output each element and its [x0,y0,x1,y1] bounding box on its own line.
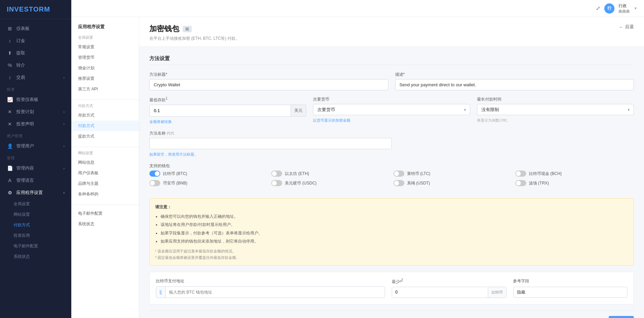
address-col1-header: 比特币支付地址 [156,278,385,285]
sidebar-sub-system[interactable]: 系统状态 [14,251,71,262]
main-wrapper: ⤢ 行 行政 曲曲曲 ▼ 应用程序设置 全局设置 常规设置 管理货币 佣金计划 … [71,0,644,318]
nav-item-currency[interactable]: 管理货币 [71,52,139,63]
grid-icon: ⊞ [7,26,13,31]
sidebar-item-transaction[interactable]: ↕ 交易 › [0,71,71,84]
min-deposit-hint[interactable]: 金额将被转换 [149,119,306,124]
wallet-usdc-toggle[interactable] [271,180,282,186]
nav-item-recommend[interactable]: 推荐设置 [71,73,139,84]
sidebar-item-invest-dashboard[interactable]: 📈 投资仪表板 [0,93,71,106]
sidebar-nav: ⊞ 仪表板 ↕ 订金 ⬆ 提取 % 转介 ↕ 交易 › 投资 📈 投资仪表板 ✕… [0,19,71,318]
nav-group-label: 网站设置 [71,151,139,157]
notice-item-2: 该地址将在用户存款/付款时显示给用户。 [161,221,628,229]
sidebar-item-manage-content[interactable]: 📄 管理内容 › [0,162,71,174]
brand-name: INVESTORM [7,5,50,13]
wallet-eth: 以太坊 (ETH) [271,171,390,177]
topbar-user[interactable]: 行政 曲曲曲 [619,3,630,14]
sidebar-item-withdraw[interactable]: ⬆ 提取 [0,47,71,59]
secondary-currency-label: 次要货币 [313,96,470,102]
wallet-bch-label: 比特币现金 (BCH) [529,171,562,177]
nav-item-withdrawal[interactable]: 提款方式 [71,131,139,142]
wallet-bnb-toggle[interactable] [149,180,160,186]
method-label-input[interactable] [149,79,388,90]
wallet-trx: 波场 (TRX) [515,180,634,186]
form-group-secondary-currency: 次要货币 次要货币 ▼ 以货币显示的加密金额 [313,96,470,124]
nav-group-payment: 付款方式 存款方式 付款方式 提款方式 [71,103,139,142]
sidebar-sub-payment[interactable]: 付款方式 [14,220,71,230]
sidebar-item-label: 交易 [16,74,25,81]
wallet-ltc: 莱特币 (LTC) [393,171,512,177]
wallet-ltc-toggle[interactable] [393,171,404,177]
description-label: 描述* [395,72,634,77]
min-deposit-input[interactable] [149,105,291,117]
wallet-address-input[interactable] [166,287,385,297]
wallet-address-input-wrap: ₿ [156,286,385,298]
nav-item-various[interactable]: 各种各样的 [71,189,139,199]
sub-item-label: 电子邮件配置 [14,243,38,249]
user-dropdown-arrow[interactable]: ▼ [634,6,637,10]
nav-item-email[interactable]: 电子邮件配置 [71,208,139,219]
sidebar-sub-global[interactable]: 全局设置 [14,199,71,209]
notice-item-4: 如果应用支持的钱包但未添加地址，则它将自动停用。 [161,238,628,245]
form-group-description: 描述* [395,72,634,90]
withdraw-icon: ⬆ [7,50,13,56]
page-header: 加密钱包 核 在平台上手动接收加密 (ETH, BTC, LTC等) 付款。 ←… [139,17,644,47]
sidebar-item-manage-language[interactable]: A 管理语言 [0,174,71,187]
wallet-ref-select[interactable]: 隐藏可选必填 [513,287,627,298]
sidebar-item-orders[interactable]: ↕ 订金 [0,35,71,47]
wallet-eth-toggle[interactable] [271,171,282,177]
nav-group-label: 全局设置 [71,35,139,42]
wallet-usdt-label: 系绳 (USDT) [407,180,430,186]
form-row-deposit: 最低存款1 美元 金额将被转换 次要货币 次要货币 ▼ [149,96,634,124]
wallet-bch-toggle[interactable] [515,171,526,177]
arrow-icon: › [63,166,65,170]
back-button[interactable]: ← 后退 [619,24,634,30]
nav-item-third-api[interactable]: 第三方 API [71,84,139,94]
wallet-usdt: 系绳 (USDT) [393,180,512,186]
nav-item-payment[interactable]: 付款方式 [71,121,139,131]
max-payment-select[interactable]: 没有限制 [477,104,634,115]
nav-item-commission[interactable]: 佣金计划 [71,63,139,73]
nav-item-site-info[interactable]: 网站信息 [71,157,139,168]
wallet-ltc-label: 莱特币 (LTC) [407,171,430,177]
sidebar-item-manage-users[interactable]: 👤 管理用户 › [0,140,71,152]
sidebar-item-dashboard[interactable]: ⊞ 仪表板 [0,22,71,35]
nav-item-user-dashboard[interactable]: 用户仪表板 [71,168,139,178]
wallet-trx-toggle[interactable] [515,180,526,186]
sidebar-item-transfer[interactable]: % 转介 [0,59,71,71]
sub-item-label: 网站设置 [14,212,30,217]
wallet-usdc-label: 美元硬币 (USDC) [285,180,316,186]
chart-icon: 📈 [7,97,13,102]
wallet-bnb-label: 币安币 (BNB) [163,180,187,186]
method-name-input[interactable] [149,138,392,149]
external-link-icon[interactable]: ⤢ [596,5,600,12]
brand-logo: INVESTORM [0,0,71,19]
method-name-hint: 如果留空，将使用方法标题。 [149,152,392,157]
sidebar-item-app-settings[interactable]: ⚙ 应用程序设置 › [0,187,71,199]
notice-box: 请注意： 确保您可以向您的钱包并输入正确的地址。 该地址将在用户存款/付款时显示… [149,198,634,266]
wallet-bnb: 币安币 (BNB) [149,180,268,186]
avatar[interactable]: 行 [604,3,614,14]
sidebar-sub-email[interactable]: 电子邮件配置 [14,241,71,251]
transaction-icon: ↕ [7,75,13,80]
save-button[interactable]: 保存 [609,316,634,318]
nav-item-brand[interactable]: 品牌与主题 [71,178,139,189]
nav-group-global: 全局设置 常规设置 管理货币 佣金计划 推荐设置 第三方 API [71,35,139,94]
sidebar-item-invest-statement[interactable]: ✕ 投资声明 › [0,118,71,130]
sidebar-sub-website[interactable]: 网站设置 [14,209,71,220]
nav-item-general[interactable]: 常规设置 [71,42,139,52]
wallet-bch: 比特币现金 (BCH) [515,171,634,177]
secondary-currency-select[interactable]: 次要货币 [313,104,470,115]
sidebar-item-invest-plan[interactable]: ✕ 投资计划 › [0,106,71,118]
wallet-btc-toggle[interactable] [149,171,160,177]
nav-item-system[interactable]: 系统状态 [71,219,139,229]
description-input[interactable] [395,79,634,90]
max-payment-hint: 将显示为倒数计时。 [477,118,634,123]
wallet-usdt-toggle[interactable] [393,180,404,186]
nav-item-deposit[interactable]: 存款方式 [71,110,139,121]
section-investment-label: 投资 [0,84,71,93]
sidebar-item-label: 仪表板 [16,25,30,32]
wallet-min-input[interactable] [392,287,488,297]
sub-item-label: 投资应用 [14,233,30,238]
statement-icon: ✕ [7,121,13,127]
sidebar-sub-invest[interactable]: 投资应用 [14,230,71,241]
